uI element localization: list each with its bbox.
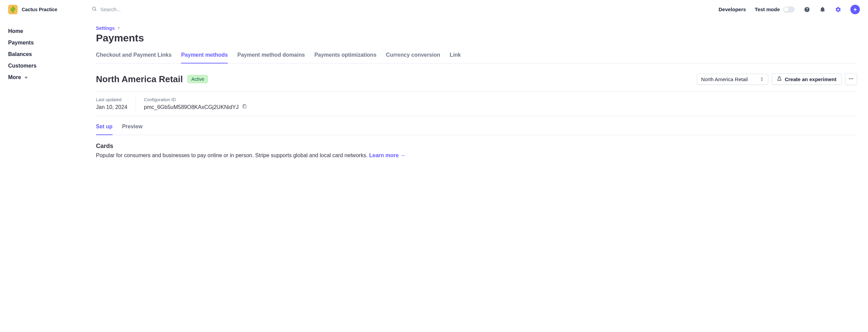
subtabs: Set up Preview <box>96 124 857 135</box>
tab-currency-conversion[interactable]: Currency conversion <box>386 52 440 63</box>
nav-payments[interactable]: Payments <box>8 37 78 49</box>
config-title: North America Retail <box>96 74 183 85</box>
section-cards-desc-text: Popular for consumers and businesses to … <box>96 152 369 158</box>
brand-logo-icon: 🌵 <box>8 5 18 14</box>
subtab-preview[interactable]: Preview <box>122 124 142 135</box>
sidebar: Home Payments Balances Customers More <box>0 19 86 201</box>
section-cards-desc: Popular for consumers and businesses to … <box>96 152 857 159</box>
chevron-right-icon <box>117 25 121 31</box>
nav-more[interactable]: More <box>8 72 78 83</box>
settings-icon[interactable] <box>835 6 842 13</box>
test-mode-group: Test mode <box>755 6 795 13</box>
svg-line-1 <box>95 10 96 11</box>
nav-balances[interactable]: Balances <box>8 49 78 60</box>
breadcrumb: Settings <box>96 25 857 31</box>
section-cards-title: Cards <box>96 143 857 150</box>
test-mode-toggle[interactable] <box>783 6 795 13</box>
test-mode-label: Test mode <box>755 6 780 12</box>
svg-point-7 <box>849 78 850 79</box>
breadcrumb-settings-link[interactable]: Settings <box>96 25 115 31</box>
config-selector-value: North America Retail <box>701 76 748 82</box>
learn-more-link[interactable]: Learn more → <box>369 152 406 158</box>
brand-name: Cactus Practice <box>22 7 57 12</box>
last-updated-value: Jan 10, 2024 <box>96 104 127 110</box>
plus-icon <box>24 75 28 80</box>
tab-payments-optimizations[interactable]: Payments optimizations <box>314 52 376 63</box>
tab-payment-method-domains[interactable]: Payment method domains <box>237 52 305 63</box>
svg-point-0 <box>93 7 96 10</box>
clipboard-icon[interactable] <box>242 104 247 110</box>
dots-horizontal-icon <box>848 76 854 82</box>
status-badge: Active <box>188 75 208 83</box>
search-input[interactable] <box>100 6 168 12</box>
tab-link[interactable]: Link <box>450 52 461 63</box>
subtab-setup[interactable]: Set up <box>96 124 113 135</box>
svg-point-9 <box>852 78 853 79</box>
svg-point-8 <box>851 78 852 79</box>
help-icon[interactable] <box>804 6 810 13</box>
nav-home[interactable]: Home <box>8 25 78 37</box>
config-id-value: pmc_6Gb5uM589O8KAxCGj2UKNidYJ <box>144 104 239 110</box>
search-container[interactable] <box>92 4 713 15</box>
search-icon <box>92 6 97 13</box>
tabs: Checkout and Payment Links Payment metho… <box>96 52 857 63</box>
notifications-icon[interactable] <box>819 6 826 13</box>
developers-link[interactable]: Developers <box>718 6 746 12</box>
svg-rect-10 <box>243 105 246 108</box>
nav-more-label: More <box>8 74 21 80</box>
add-button[interactable] <box>850 5 860 14</box>
brand-section[interactable]: 🌵 Cactus Practice <box>8 5 86 14</box>
more-actions-button[interactable] <box>845 73 857 85</box>
last-updated-label: Last updated <box>96 97 127 102</box>
chevron-updown-icon <box>760 76 764 82</box>
create-experiment-button[interactable]: Create an experiment <box>772 73 842 85</box>
beaker-icon <box>777 76 782 82</box>
nav-customers[interactable]: Customers <box>8 60 78 72</box>
config-id-label: Configuration ID <box>144 97 247 102</box>
config-selector[interactable]: North America Retail <box>697 74 769 85</box>
create-experiment-label: Create an experiment <box>785 76 836 82</box>
tab-payment-methods[interactable]: Payment methods <box>181 52 228 63</box>
page-title: Payments <box>96 32 857 44</box>
tab-checkout-links[interactable]: Checkout and Payment Links <box>96 52 172 63</box>
